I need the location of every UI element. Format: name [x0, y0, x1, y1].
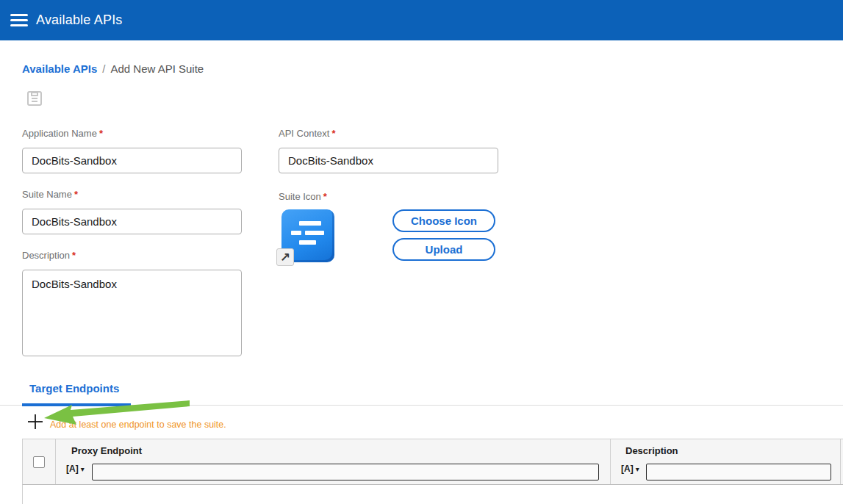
proxy-filter-operator-dropdown[interactable]: [A]▾	[66, 464, 85, 474]
proxy-endpoint-column-title: Proxy Endpoint	[71, 445, 142, 456]
endpoint-hint-text: Add at least one endpoint to save the su…	[50, 420, 226, 430]
hamburger-menu-icon[interactable]	[10, 14, 28, 26]
select-all-checkbox[interactable]	[33, 456, 45, 468]
external-link-icon: ↗	[276, 248, 294, 266]
choose-icon-button[interactable]: Choose Icon	[392, 209, 495, 232]
proxy-endpoint-filter-input[interactable]	[92, 464, 599, 480]
required-marker: *	[323, 191, 327, 202]
description-textarea[interactable]: DocBits-Sandbox	[22, 270, 242, 356]
suite-name-label: Suite Name*	[22, 189, 78, 200]
application-name-input[interactable]	[22, 148, 242, 173]
required-marker: *	[331, 128, 335, 139]
suite-icon-label: Suite Icon*	[279, 191, 327, 202]
save-icon	[26, 90, 43, 107]
suite-icon-preview: ↗	[281, 209, 334, 262]
active-tab-underline	[22, 403, 131, 406]
chevron-down-icon: ▾	[636, 465, 639, 473]
upload-button[interactable]: Upload	[392, 238, 495, 261]
application-name-label: Application Name*	[22, 128, 103, 139]
add-endpoint-button[interactable]	[27, 414, 43, 430]
required-marker: *	[74, 189, 78, 200]
breadcrumb-current: Add New API Suite	[110, 62, 204, 75]
endpoints-table: Proxy Endpoint [A]▾ Description [A]▾	[22, 439, 843, 504]
breadcrumb: Available APIs/Add New API Suite	[22, 62, 204, 75]
chevron-down-icon: ▾	[81, 465, 85, 473]
tab-target-endpoints[interactable]: Target Endpoints	[29, 382, 119, 395]
required-marker: *	[72, 250, 76, 261]
app-header: Available APIs	[0, 0, 843, 40]
description-filter-input[interactable]	[646, 464, 831, 480]
api-context-input[interactable]	[279, 148, 498, 173]
breadcrumb-separator: /	[102, 62, 105, 75]
breadcrumb-link-available-apis[interactable]: Available APIs	[22, 62, 97, 75]
select-all-cell	[23, 439, 56, 484]
description-filter-operator-dropdown[interactable]: [A]▾	[621, 464, 639, 474]
plus-icon	[27, 414, 43, 430]
table-body-empty	[22, 485, 843, 504]
description-column-title: Description	[625, 445, 678, 456]
app-title: Available APIs	[36, 12, 123, 28]
description-column-header: Description [A]▾	[611, 439, 841, 484]
description-label: Description*	[22, 250, 76, 261]
proxy-endpoint-column-header: Proxy Endpoint [A]▾	[56, 439, 611, 484]
suite-name-input[interactable]	[22, 209, 242, 234]
required-marker: *	[99, 128, 103, 139]
table-header-row: Proxy Endpoint [A]▾ Description [A]▾	[22, 439, 843, 485]
save-button[interactable]	[26, 90, 43, 107]
api-context-label: API Context*	[279, 128, 335, 139]
page: Available APIs Available APIs/Add New AP…	[0, 0, 843, 504]
